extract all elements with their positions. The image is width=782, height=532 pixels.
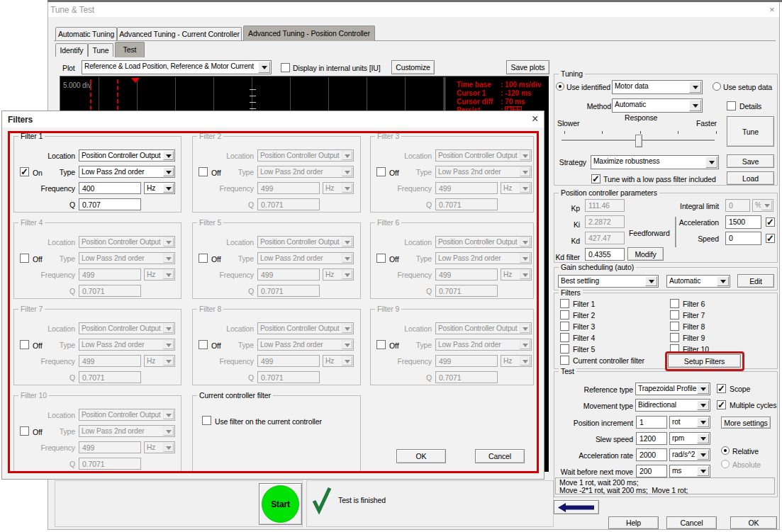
acceleration-rate-field[interactable]: 2000 <box>636 448 667 461</box>
acceleration-ff-field[interactable]: 1500 <box>725 215 761 229</box>
filter-on-off-checkbox[interactable] <box>376 340 386 349</box>
response-slider-thumb[interactable] <box>635 135 642 147</box>
filters-dialog-ok-button[interactable]: OK <box>396 449 446 463</box>
filter-enable-checkbox-right-4[interactable] <box>670 344 679 353</box>
ok-button[interactable]: OK <box>730 516 777 529</box>
use-setup-data-radio[interactable] <box>713 82 721 91</box>
wait-unit-combobox[interactable]: ms <box>669 465 710 477</box>
type-dropdown-icon[interactable] <box>163 167 174 176</box>
tab-identify[interactable]: Identify <box>55 43 88 57</box>
filter-enable-checkbox-left-2[interactable] <box>560 322 569 331</box>
filter-enable-checkbox-left-0[interactable] <box>560 299 569 308</box>
help-button[interactable]: Help <box>608 516 659 529</box>
filter-enable-checkbox-right-3[interactable] <box>670 333 679 342</box>
acceleration-ff-checkbox[interactable] <box>766 217 775 227</box>
display-iu-checkbox[interactable] <box>281 63 290 72</box>
plot-combobox-dropdown-icon[interactable] <box>258 62 270 73</box>
gain-scheduling-mode-dropdown-icon[interactable] <box>645 276 657 286</box>
relative-radio[interactable] <box>721 446 730 455</box>
start-button[interactable]: Start <box>259 483 302 525</box>
use-identified-radio[interactable] <box>556 82 564 91</box>
gain-scheduling-mode-combobox[interactable]: Best settling <box>558 275 659 288</box>
identified-data-combobox[interactable]: Motor data <box>612 80 703 94</box>
filter-enable-checkbox-right-2[interactable] <box>670 322 679 331</box>
reference-type-combobox[interactable]: Trapezoidal Profile <box>635 383 710 395</box>
type-combobox: Low Pass 2nd order <box>257 166 354 178</box>
cancel-button[interactable]: Cancel <box>666 516 717 529</box>
q-field[interactable]: 0.707 <box>79 198 141 210</box>
tab-advanced-tuning-position-controller[interactable]: Advanced Tuning - Position Controller <box>243 26 375 41</box>
save-button[interactable]: Save <box>727 154 774 168</box>
frequency-unit-dropdown-icon[interactable] <box>163 183 174 193</box>
movement-type-dropdown-icon[interactable] <box>697 400 709 410</box>
identified-data-dropdown-icon[interactable] <box>689 81 701 93</box>
method-combobox[interactable]: Automatic <box>612 98 703 113</box>
filter-on-off-checkbox[interactable] <box>199 167 208 176</box>
filter-on-off-checkbox[interactable] <box>199 340 208 349</box>
tab-automatic-tuning[interactable]: Automatic Tuning <box>55 27 117 40</box>
more-settings-button[interactable]: More settings <box>721 417 771 429</box>
load-button[interactable]: Load <box>727 171 774 185</box>
type-combobox[interactable]: Low Pass 2nd order <box>79 166 175 178</box>
kd-filter-field[interactable]: 0.4355 <box>585 248 625 261</box>
save-plots-button[interactable]: Save plots <box>506 60 549 74</box>
details-checkbox[interactable] <box>727 101 736 111</box>
method-dropdown-icon[interactable] <box>689 100 701 111</box>
filter-enable-checkbox-left-3[interactable] <box>560 333 569 342</box>
plot-combobox[interactable]: Reference & Load Position, Reference & M… <box>82 60 272 74</box>
wait-unit-dropdown-icon[interactable] <box>697 466 709 476</box>
scope-checkbox[interactable] <box>717 384 726 393</box>
plot-trigger-marker-icon[interactable] <box>131 78 140 87</box>
speed-ff-checkbox[interactable] <box>766 234 775 243</box>
slew-speed-field[interactable]: 1200 <box>636 432 667 445</box>
filter-enable-checkbox-right-0[interactable] <box>670 299 679 308</box>
slew-speed-unit-combobox[interactable]: rpm <box>669 432 710 445</box>
wait-field[interactable]: 200 <box>636 465 667 477</box>
filter-enable-checkbox-left-5[interactable] <box>560 356 569 365</box>
movement-type-combobox[interactable]: Bidirectional <box>635 399 710 412</box>
filter-enable-checkbox-left-4[interactable] <box>560 344 569 353</box>
edit-button[interactable]: Edit <box>737 274 774 288</box>
use-current-controller-filter-checkbox[interactable] <box>202 416 211 425</box>
filter-on-off-checkbox[interactable] <box>199 254 208 263</box>
modify-button[interactable]: Modify <box>627 247 664 261</box>
absolute-radio[interactable] <box>721 460 730 468</box>
start-button-circle[interactable]: Start <box>262 485 299 523</box>
location-combobox[interactable]: Position Controller Output <box>79 149 175 162</box>
position-increment-field[interactable]: 1 <box>636 416 667 429</box>
tab-tune[interactable]: Tune <box>88 43 113 57</box>
strategy-dropdown-icon[interactable] <box>705 157 717 168</box>
filter-on-off-checkbox[interactable] <box>20 340 29 349</box>
filter-enable-checkbox-right-1[interactable] <box>670 310 679 319</box>
acceleration-rate-unit-dropdown-icon[interactable] <box>697 450 709 460</box>
lpf-checkbox[interactable] <box>591 174 601 183</box>
speed-ff-field[interactable]: 0 <box>725 232 761 245</box>
tune-button[interactable]: Tune <box>727 116 774 147</box>
gain-scheduling-auto-combobox[interactable]: Automatic <box>666 275 730 288</box>
frequency-field[interactable]: 400 <box>79 182 141 194</box>
customize-button[interactable]: Customize <box>391 60 435 74</box>
tab-advanced-tuning-current-controller[interactable]: Advanced Tuning - Current Controller <box>117 27 242 40</box>
slew-speed-unit-dropdown-icon[interactable] <box>697 434 709 443</box>
tab-test[interactable]: Test <box>115 42 145 57</box>
filter-on-off-checkbox[interactable] <box>20 167 29 176</box>
filter-on-off-checkbox[interactable] <box>20 426 29 436</box>
location-dropdown-icon[interactable] <box>163 151 174 160</box>
setup-filters-button[interactable]: Setup Filters <box>668 354 741 368</box>
filter-on-off-checkbox[interactable] <box>376 167 386 176</box>
frequency-unit-combobox[interactable]: Hz <box>144 182 175 194</box>
position-increment-unit-dropdown-icon[interactable] <box>697 417 709 427</box>
gain-scheduling-auto-dropdown-icon[interactable] <box>717 276 729 286</box>
window-close-icon[interactable]: × <box>769 5 774 14</box>
filter-on-off-checkbox[interactable] <box>20 254 29 263</box>
multiple-cycles-checkbox[interactable] <box>717 400 726 409</box>
filters-dialog-close-icon[interactable]: × <box>532 114 538 123</box>
reference-type-dropdown-icon[interactable] <box>697 384 709 394</box>
filter-enable-checkbox-left-1[interactable] <box>560 310 569 319</box>
filter-on-off-checkbox[interactable] <box>376 254 386 263</box>
back-arrow-button[interactable] <box>554 500 599 514</box>
filters-dialog-cancel-button[interactable]: Cancel <box>475 449 525 463</box>
position-increment-unit-combobox[interactable]: rot <box>669 416 710 429</box>
strategy-combobox[interactable]: Maximize robustness <box>591 155 719 169</box>
acceleration-rate-unit-combobox[interactable]: rad/s^2 <box>669 448 710 461</box>
